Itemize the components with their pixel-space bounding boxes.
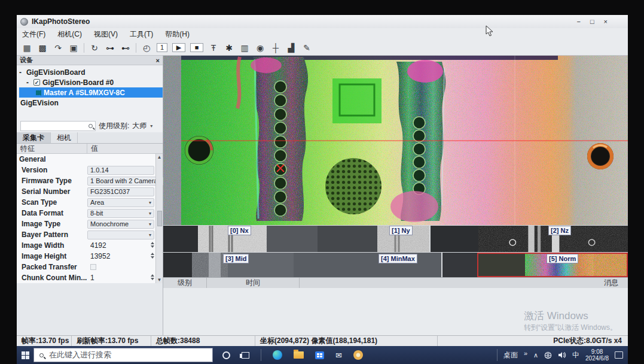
mail-icon[interactable]: ✉ xyxy=(335,351,342,360)
measure-pen-icon[interactable]: ✎ xyxy=(301,43,312,53)
scroll-down-icon[interactable]: ▼ xyxy=(157,277,162,283)
log-column-level[interactable]: 级别 xyxy=(163,278,207,288)
image-height-stepper[interactable]: 13952 xyxy=(87,252,154,260)
image-viewer[interactable] xyxy=(163,56,628,225)
preview-eye-icon[interactable]: ◉ xyxy=(255,43,265,53)
tree-item-gigevisionboard[interactable]: - GigEVisionBoard xyxy=(19,67,163,77)
grid-scrollbar[interactable]: ▲ ▼ xyxy=(155,154,163,283)
desktop-label[interactable]: 桌面 xyxy=(503,350,518,360)
property-row-packed-transfer[interactable]: Packed Transfer xyxy=(17,262,163,272)
open-image-dark-icon[interactable]: ▩ xyxy=(37,43,48,53)
crosshair-icon[interactable]: ┼ xyxy=(270,43,281,53)
show-hidden-icons[interactable]: ∧ xyxy=(533,351,538,359)
network-globe-icon[interactable] xyxy=(544,351,552,359)
search-icon xyxy=(88,124,93,128)
property-row-data-format[interactable]: Data Format 8-bit ▾ xyxy=(17,208,163,219)
property-grid: 特征 值 General Version 1.0.14 Firmware Typ… xyxy=(17,144,163,283)
microsoft-store-icon[interactable] xyxy=(315,351,324,359)
window-title: IKapPhotoStereo xyxy=(32,17,90,26)
title-bar: IKapPhotoStereo − □ × xyxy=(17,15,628,28)
spinner-arrows-icon[interactable] xyxy=(151,274,154,282)
chevron-right-icon[interactable]: » xyxy=(524,350,527,357)
menu-view[interactable]: 视图(V) xyxy=(94,29,118,40)
property-row-scan-type[interactable]: Scan Type Area ▾ xyxy=(17,197,163,208)
tree-item-master-a[interactable]: Master A #SL9MXGV-8C xyxy=(19,87,163,98)
property-row-image-type[interactable]: Image Type Monochrome ▾ xyxy=(17,219,163,229)
tree-item-gigevision[interactable]: GigEVision xyxy=(19,98,163,108)
save-image-icon[interactable]: ▣ xyxy=(68,43,79,53)
device-search-input[interactable] xyxy=(20,121,96,131)
close-button[interactable]: × xyxy=(604,18,608,25)
refresh-tree-icon[interactable]: ↻ xyxy=(89,43,100,53)
collapse-icon[interactable]: - xyxy=(19,68,24,77)
timer-settings-icon[interactable]: ◴ xyxy=(141,43,152,53)
log-column-time[interactable]: 时间 xyxy=(207,278,300,288)
thumbnail-row-2: [3] Mid [4] MinMax [5] Norm xyxy=(163,252,628,277)
property-row-serial-number[interactable]: Serial Number FG2351C037 xyxy=(17,186,163,197)
ime-indicator[interactable]: 中 xyxy=(572,350,579,360)
checkbox-checked-icon[interactable]: ✓ xyxy=(33,79,40,86)
log-header: 级别 时间 消息 xyxy=(163,277,628,288)
firmware-type-dropdown[interactable]: 1 Board with 2 Camera ▾ xyxy=(87,177,163,186)
scan-type-dropdown[interactable]: Area ▾ xyxy=(87,198,154,207)
image-type-dropdown[interactable]: Monochrome ▾ xyxy=(87,220,154,229)
spinner-arrows-icon[interactable] xyxy=(151,252,154,260)
clock[interactable]: 9:08 2024/6/8 xyxy=(585,348,609,362)
trigger-icon[interactable]: Ŧ xyxy=(208,43,219,53)
disconnect-camera-icon[interactable]: ⊷ xyxy=(120,43,131,53)
histogram-icon[interactable]: ▟ xyxy=(286,43,297,53)
property-row-general[interactable]: General xyxy=(17,154,163,165)
menu-camera[interactable]: 相机(C) xyxy=(57,29,82,40)
image-width-stepper[interactable]: 4192 xyxy=(87,241,154,250)
property-row-image-width[interactable]: Image Width 4192 xyxy=(17,240,163,251)
data-format-dropdown[interactable]: 8-bit ▾ xyxy=(87,209,154,218)
statistics-bars-icon[interactable]: ▥ xyxy=(239,43,250,53)
thumbnail-minmax[interactable] xyxy=(294,253,441,277)
menu-help[interactable]: 帮助(H) xyxy=(165,29,190,40)
maximize-button[interactable]: □ xyxy=(590,18,594,25)
menu-tools[interactable]: 工具(T) xyxy=(130,29,153,40)
property-row-bayer-pattern[interactable]: Bayer Pattern ▾ xyxy=(17,229,163,240)
file-explorer-icon[interactable] xyxy=(294,351,304,359)
taskbar-search[interactable]: 在此键入进行搜索 xyxy=(33,348,213,362)
action-center-icon[interactable] xyxy=(615,351,623,359)
bayer-pattern-dropdown[interactable]: ▾ xyxy=(87,230,154,239)
log-column-message[interactable]: 消息 xyxy=(300,278,628,288)
device-panel-close-icon[interactable]: × xyxy=(156,57,160,64)
import-image-icon[interactable]: ↷ xyxy=(53,43,63,53)
stop-button[interactable]: ■ xyxy=(190,43,203,52)
collapse-icon[interactable]: - xyxy=(26,78,31,87)
open-image-icon[interactable]: ▦ xyxy=(22,43,32,53)
user-level-dropdown[interactable]: 大师 ▾ xyxy=(132,121,152,131)
property-row-image-height[interactable]: Image Height 13952 xyxy=(17,251,163,262)
camera-icon xyxy=(36,90,41,96)
tab-frame-grabber[interactable]: 采集卡 xyxy=(17,132,51,143)
tree-item-board0[interactable]: - ✓ GigEVision-Board #0 xyxy=(19,77,163,87)
monitor-screen: IKapPhotoStereo − □ × 文件(F) 相机(C) 视图(V) … xyxy=(17,15,628,364)
connect-camera-icon[interactable]: ⊶ xyxy=(105,43,115,53)
tab-camera[interactable]: 相机 xyxy=(51,132,78,143)
packed-transfer-checkbox[interactable] xyxy=(90,264,96,270)
settings-gear-icon[interactable]: ✱ xyxy=(224,43,234,53)
value-column-header[interactable]: 值 xyxy=(87,144,163,153)
task-view-icon[interactable] xyxy=(242,352,249,359)
play-button[interactable]: ▶ xyxy=(172,43,185,52)
speaker-icon[interactable] xyxy=(558,351,566,359)
cortana-icon[interactable] xyxy=(222,351,230,359)
thumbnail-mid[interactable] xyxy=(192,253,228,277)
version-field: 1.0.14 xyxy=(87,166,154,175)
frame-count-input[interactable]: 1 xyxy=(157,43,167,52)
edge-browser-icon[interactable] xyxy=(273,350,282,360)
minimize-button[interactable]: − xyxy=(576,18,580,25)
feature-column-header[interactable]: 特征 xyxy=(17,144,87,153)
running-app-icon[interactable] xyxy=(353,350,363,360)
scrollbar-thumb[interactable] xyxy=(157,211,162,226)
chunk-count-stepper[interactable]: 1 xyxy=(87,274,154,282)
scroll-up-icon[interactable]: ▲ xyxy=(157,154,162,160)
property-row-chunk-count[interactable]: Chunk Count Min... 1 xyxy=(17,272,163,283)
menu-file[interactable]: 文件(F) xyxy=(22,29,45,40)
property-row-firmware-type[interactable]: Firmware Type 1 Board with 2 Camera ▾ xyxy=(17,175,163,186)
property-row-version[interactable]: Version 1.0.14 xyxy=(17,165,163,175)
start-button[interactable] xyxy=(17,346,33,364)
spinner-arrows-icon[interactable] xyxy=(151,241,154,250)
